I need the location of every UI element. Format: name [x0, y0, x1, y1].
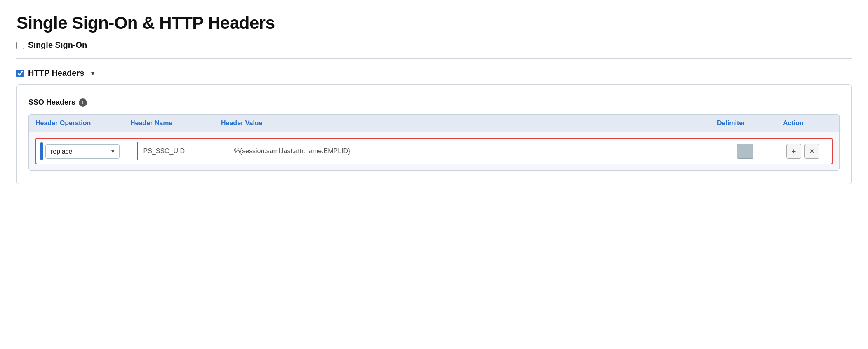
header-value-cell	[226, 142, 712, 160]
add-row-button[interactable]: +	[786, 144, 801, 159]
col-header-name: Header Name	[130, 119, 221, 127]
operation-blue-bar	[40, 142, 43, 160]
col-header-value: Header Value	[221, 119, 717, 127]
remove-row-button[interactable]: ×	[804, 144, 819, 159]
sso-checkbox[interactable]	[16, 42, 24, 49]
http-headers-label: HTTP Headers	[28, 68, 84, 78]
info-icon[interactable]: i	[79, 98, 87, 107]
http-headers-checkbox[interactable]	[16, 70, 24, 77]
delimiter-box[interactable]	[737, 144, 753, 159]
col-header-delimiter: Delimiter	[717, 119, 783, 127]
header-name-cell	[135, 142, 226, 160]
http-headers-header: HTTP Headers ▼	[16, 68, 852, 78]
value-divider	[228, 142, 228, 160]
delimiter-cell	[712, 144, 778, 159]
sso-headers-table: Header Operation Header Name Header Valu…	[28, 114, 840, 171]
operation-select[interactable]: replace insert delete append	[45, 144, 120, 159]
sso-section: Single Sign-On	[16, 40, 852, 50]
header-name-input[interactable]	[139, 144, 226, 158]
table-body: replace insert delete append ▼	[29, 132, 839, 170]
col-header-operation: Header Operation	[35, 119, 130, 127]
section-divider	[16, 58, 852, 59]
sso-headers-title: SSO Headers	[28, 98, 75, 107]
operation-cell: replace insert delete append ▼	[40, 142, 135, 160]
header-value-input[interactable]	[230, 144, 713, 158]
http-headers-panel: SSO Headers i Header Operation Header Na…	[16, 84, 852, 184]
operation-select-wrapper: replace insert delete append ▼	[45, 144, 120, 159]
http-headers-section: HTTP Headers ▼ SSO Headers i Header Oper…	[16, 68, 852, 184]
action-cell: + ×	[778, 144, 828, 159]
sso-label: Single Sign-On	[28, 40, 87, 50]
col-header-action: Action	[783, 119, 833, 127]
table-header: Header Operation Header Name Header Valu…	[29, 115, 839, 132]
http-headers-dropdown-arrow[interactable]: ▼	[90, 70, 96, 77]
sso-headers-title-row: SSO Headers i	[28, 98, 840, 107]
page-title: Single Sign-On & HTTP Headers	[16, 13, 852, 33]
name-divider	[137, 142, 138, 160]
table-row: replace insert delete append ▼	[35, 138, 833, 164]
